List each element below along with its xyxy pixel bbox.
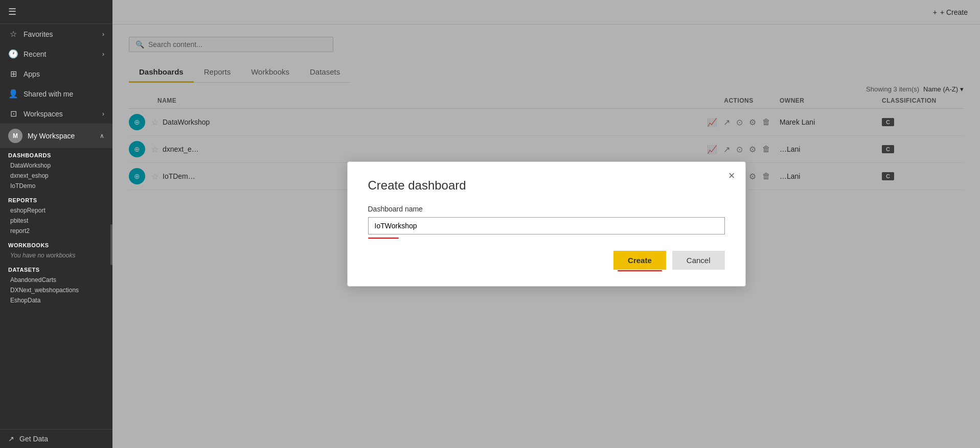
sidebar-item-label: Shared with me <box>24 90 73 98</box>
sidebar-item-dxnext-eshop[interactable]: dxnext_eshop <box>8 171 104 181</box>
sidebar-top: ☰ <box>0 0 112 24</box>
apps-icon: ⊞ <box>8 69 18 79</box>
workspace-label: My Workspace <box>28 132 95 140</box>
sidebar: ☰ ☆ Favorites › 🕐 Recent › ⊞ Apps 👤 Shar… <box>0 0 112 448</box>
sidebar-item-report2[interactable]: report2 <box>8 226 104 236</box>
dashboards-section: DASHBOARDS DataWorkshop dxnext_eshop IoT… <box>0 148 112 193</box>
modal-overlay: × Create dashboard Dashboard name Create… <box>112 0 980 448</box>
dashboards-section-title: DASHBOARDS <box>8 152 104 158</box>
reports-section-title: REPORTS <box>8 197 104 203</box>
sidebar-item-workspaces[interactable]: ⊡ Workspaces › <box>0 104 112 124</box>
sidebar-item-recent[interactable]: 🕐 Recent › <box>0 44 112 64</box>
sidebar-item-label: Recent <box>24 50 46 58</box>
sidebar-item-dxnext-webshopactions[interactable]: DXNext_webshopactions <box>8 285 104 295</box>
get-data-label: Get Data <box>19 435 48 443</box>
sidebar-item-pbitest[interactable]: pbitest <box>8 216 104 226</box>
main-content: + + Create 🔍 Dashboards Reports Workbook… <box>112 0 980 448</box>
sidebar-item-dataworkshop[interactable]: DataWorkshop <box>8 160 104 171</box>
modal-cancel-button[interactable]: Cancel <box>672 251 725 270</box>
sidebar-item-label: Apps <box>24 70 40 78</box>
favorites-icon: ☆ <box>8 29 18 39</box>
sidebar-item-eshopdata[interactable]: EshopData <box>8 295 104 305</box>
spell-check-underline <box>368 238 399 239</box>
get-data-icon: ↗ <box>8 435 14 443</box>
sidebar-item-apps[interactable]: ⊞ Apps <box>0 64 112 84</box>
sidebar-item-label: Workspaces <box>24 110 63 118</box>
reports-section: REPORTS eshopReport pbitest report2 <box>0 193 112 238</box>
chevron-right-icon: › <box>102 51 104 58</box>
modal-actions: Create Cancel <box>368 251 725 270</box>
dashboard-name-input[interactable] <box>368 217 725 234</box>
hamburger-icon[interactable]: ☰ <box>8 7 16 17</box>
workspaces-icon: ⊡ <box>8 109 18 119</box>
modal-create-button[interactable]: Create <box>613 251 666 270</box>
datasets-section-title: DATASETS <box>8 267 104 273</box>
my-workspace-item[interactable]: M My Workspace ∧ <box>0 124 112 148</box>
sidebar-item-abandonedcarts[interactable]: AbandonedCarts <box>8 275 104 285</box>
sidebar-no-workbooks: You have no workbooks <box>8 250 104 261</box>
sidebar-item-label: Favorites <box>24 30 53 38</box>
workbooks-section: WORKBOOKS You have no workbooks <box>0 238 112 263</box>
recent-icon: 🕐 <box>8 49 18 59</box>
avatar: M <box>8 129 22 143</box>
workbooks-section-title: WORKBOOKS <box>8 242 104 248</box>
create-dashboard-modal: × Create dashboard Dashboard name Create… <box>347 161 746 287</box>
chevron-right-icon: › <box>102 31 104 38</box>
sidebar-item-eshopreport[interactable]: eshopReport <box>8 205 104 216</box>
datasets-section: DATASETS AbandonedCarts DXNext_webshopac… <box>0 263 112 308</box>
modal-close-button[interactable]: × <box>728 170 735 181</box>
shared-icon: 👤 <box>8 89 18 99</box>
sidebar-item-favorites[interactable]: ☆ Favorites › <box>0 24 112 44</box>
chevron-up-icon: ∧ <box>100 132 104 139</box>
sidebar-item-shared[interactable]: 👤 Shared with me <box>0 84 112 104</box>
modal-title: Create dashboard <box>368 178 725 193</box>
get-data-item[interactable]: ↗ Get Data <box>0 429 112 448</box>
chevron-right-icon: › <box>102 110 104 117</box>
sidebar-item-iotdemo[interactable]: IoTDemo <box>8 181 104 191</box>
modal-field-label: Dashboard name <box>368 205 725 213</box>
